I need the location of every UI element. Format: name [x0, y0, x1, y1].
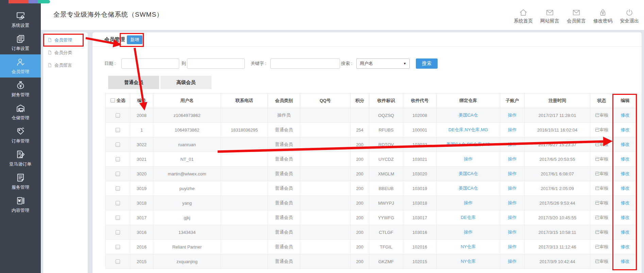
row-checkbox[interactable] — [116, 230, 120, 235]
edit-link[interactable]: 修改 — [621, 113, 630, 118]
lock-icon — [598, 8, 607, 17]
subaccount-link[interactable]: 操作 — [508, 229, 517, 235]
cell-username: martin@wlwex.com — [153, 167, 221, 181]
edit-link[interactable]: 修改 — [621, 229, 630, 235]
edit-link[interactable]: 修改 — [621, 186, 630, 191]
search-type-select[interactable]: 用户名 ▼ — [356, 58, 410, 69]
row-checkbox[interactable] — [116, 186, 120, 191]
keyword-label: 关键字 : — [251, 58, 266, 69]
warehouse-link[interactable]: NY仓库 — [461, 244, 476, 249]
warehouse-link[interactable]: NY仓库 — [461, 259, 476, 264]
submenu-item-label: 会员管理 — [54, 37, 72, 43]
sidebar-item-0[interactable]: 系统设置 — [0, 8, 41, 31]
page-icon — [48, 50, 52, 55]
date-from-input[interactable] — [121, 58, 179, 69]
edit-link[interactable]: 修改 — [621, 244, 630, 249]
warehouse-icon — [16, 103, 26, 113]
row-checkbox[interactable] — [116, 157, 120, 161]
search-button[interactable]: 搜索 — [416, 58, 438, 69]
cell-status: 已审核 — [590, 210, 613, 225]
cell-register-time: 2017/5/26 9:53:44 — [525, 196, 590, 210]
sidebar-item-8[interactable]: 内容管理 — [0, 193, 41, 216]
cell-register-time: 2017/3/15 10:58:11 — [525, 225, 590, 240]
content-icon — [16, 196, 26, 206]
tab-0[interactable]: 普通会员 — [108, 76, 159, 89]
subaccount-link[interactable]: 操作 — [508, 156, 517, 161]
cell-receive-flag: OQZSQ — [369, 108, 403, 123]
edit-link[interactable]: 修改 — [621, 200, 630, 205]
table-row: 2016 Reliant Partner 普通会员 200 TFGIL 1020… — [106, 240, 637, 254]
order-settings-icon — [16, 34, 26, 44]
add-button[interactable]: 新增 — [127, 35, 142, 44]
subaccount-link[interactable]: 操作 — [508, 127, 517, 132]
row-checkbox[interactable] — [116, 201, 120, 205]
topnav-item-1[interactable]: 网站留言 — [540, 8, 560, 24]
topnav-item-4[interactable]: 安全退出 — [620, 8, 639, 24]
submenu-item-0[interactable]: 会员管理 — [43, 34, 88, 46]
cell-qq — [300, 240, 351, 254]
topnav-item-3[interactable]: 修改密码 — [593, 8, 613, 24]
to-label: 到 — [182, 58, 186, 69]
subaccount-link[interactable]: 操作 — [508, 244, 517, 249]
edit-link[interactable]: 修改 — [621, 127, 630, 132]
sidebar-item-label: 系统设置 — [12, 22, 29, 29]
sidebar-item-4[interactable]: 仓储管理 — [0, 101, 41, 124]
cell-id: 3018 — [130, 196, 153, 210]
warehouse-link[interactable]: 美国CA仓,DE仓库,MG — [446, 142, 490, 147]
row-checkbox[interactable] — [116, 245, 120, 249]
column-header-8: 收件代号 — [403, 93, 437, 108]
date-to-input[interactable] — [187, 58, 245, 69]
tab-1[interactable]: 高级会员 — [160, 76, 211, 89]
cell-register-time: 2017/3/9 10:42:44 — [525, 254, 590, 269]
subaccount-link[interactable]: 操作 — [508, 215, 517, 220]
subaccount-link[interactable]: 操作 — [508, 186, 517, 191]
cell-username: NT_01 — [153, 152, 221, 167]
submenu-item-label: 会员留言 — [54, 62, 72, 68]
cell-member-type: 普通会员 — [268, 167, 300, 181]
sidebar-item-label: 订单设置 — [12, 46, 29, 52]
row-checkbox[interactable] — [116, 113, 120, 118]
row-checkbox[interactable] — [116, 172, 120, 176]
row-checkbox[interactable] — [116, 216, 120, 220]
sidebar-item-5[interactable]: 订单管理 — [0, 124, 41, 147]
subaccount-link[interactable]: 操作 — [508, 259, 517, 264]
keyword-input[interactable] — [270, 58, 340, 69]
edit-link[interactable]: 修改 — [621, 259, 630, 264]
warehouse-link[interactable]: 操作 — [464, 229, 473, 235]
edit-link[interactable]: 修改 — [621, 156, 630, 161]
row-checkbox[interactable] — [116, 142, 120, 147]
topnav-item-0[interactable]: 系统首页 — [513, 8, 533, 24]
cell-id: 1 — [130, 123, 153, 137]
warehouse-link[interactable]: 美国CA仓 — [458, 113, 478, 118]
cell-points: 200 — [351, 152, 369, 167]
cell-member-type: 普通会员 — [268, 254, 300, 269]
sidebar-item-1[interactable]: 订单设置 — [0, 31, 41, 54]
select-all-checkbox[interactable] — [111, 98, 115, 103]
sidebar-item-7[interactable]: 服务管理 — [0, 170, 41, 193]
cell-status: 已审核 — [590, 240, 613, 254]
subaccount-link[interactable]: 操作 — [508, 171, 517, 176]
edit-link[interactable]: 修改 — [621, 171, 630, 176]
warehouse-link[interactable]: DE仓库 — [461, 215, 476, 220]
edit-link[interactable]: 修改 — [621, 142, 630, 147]
subaccount-link[interactable]: 操作 — [508, 113, 517, 118]
row-checkbox[interactable] — [116, 259, 120, 264]
subaccount-link[interactable]: 操作 — [508, 142, 517, 147]
submenu-item-2[interactable]: 会员留言 — [43, 59, 88, 71]
cell-phone — [221, 137, 268, 152]
row-checkbox[interactable] — [116, 128, 120, 132]
warehouse-link[interactable]: 美国CA仓 — [458, 186, 478, 191]
sidebar-item-3[interactable]: 财务管理 — [0, 78, 41, 101]
warehouse-link[interactable]: 操作 — [464, 156, 473, 161]
warehouse-link[interactable]: DE仓库,NY仓库,MG — [448, 127, 488, 132]
warehouse-link[interactable]: 美国CA仓 — [458, 171, 478, 176]
topnav-label: 系统首页 — [514, 18, 533, 24]
warehouse-link[interactable]: 操作 — [464, 200, 473, 205]
sidebar-item-2[interactable]: 会员管理 — [0, 54, 41, 78]
edit-link[interactable]: 修改 — [621, 215, 630, 220]
sidebar-item-6[interactable]: 亚马逊订单 — [0, 147, 41, 170]
topnav-item-2[interactable]: 会员留言 — [566, 8, 586, 24]
cell-receive-code: 103017 — [403, 210, 437, 225]
subaccount-link[interactable]: 操作 — [508, 200, 517, 205]
submenu-item-1[interactable]: 会员分类 — [43, 46, 88, 59]
